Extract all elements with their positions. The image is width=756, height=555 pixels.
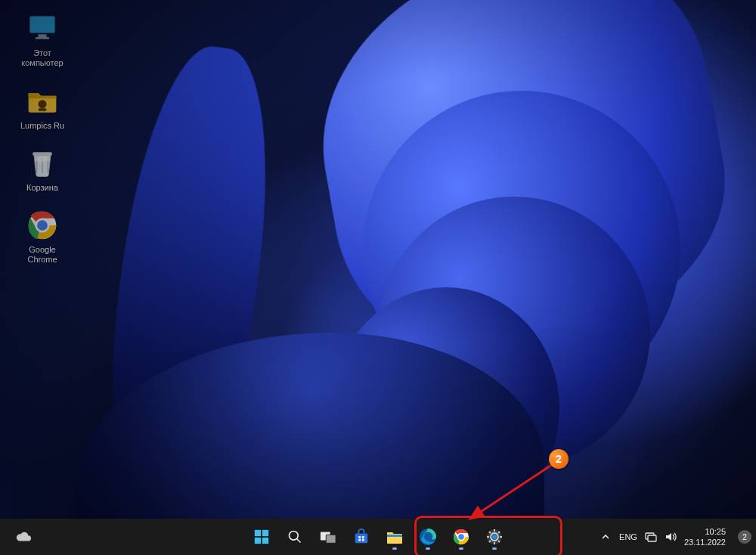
network-button[interactable] (645, 531, 657, 543)
volume-button[interactable] (665, 531, 677, 543)
svg-rect-20 (358, 536, 361, 538)
svg-rect-23 (362, 539, 364, 541)
svg-rect-21 (362, 536, 364, 538)
svg-rect-3 (36, 37, 49, 39)
start-button[interactable] (247, 522, 276, 551)
svg-point-9 (36, 219, 49, 232)
svg-point-10 (36, 219, 49, 232)
edge-icon (419, 528, 437, 546)
svg-point-15 (290, 532, 299, 541)
desktop-icon-label: Этоткомпьютер (14, 48, 71, 68)
settings-button[interactable] (480, 522, 509, 551)
notification-count: 2 (742, 533, 747, 541)
svg-rect-5 (39, 108, 47, 111)
microsoft-store-button[interactable] (347, 522, 376, 551)
search-icon (287, 529, 302, 544)
search-button[interactable] (280, 522, 309, 551)
wallpaper-shape (294, 0, 749, 379)
wallpaper-shape (363, 91, 680, 408)
chrome-icon (26, 209, 59, 242)
clock-date: 23.11.2022 (684, 537, 726, 547)
svg-point-7 (36, 157, 49, 162)
weather-widget[interactable] (9, 522, 38, 551)
trash-icon (26, 147, 59, 180)
store-icon (353, 529, 370, 545)
task-view-button[interactable] (314, 522, 342, 551)
svg-line-16 (297, 539, 301, 543)
monitor-icon (26, 12, 59, 45)
gear-icon (485, 528, 503, 546)
svg-point-4 (39, 100, 47, 108)
svg-rect-22 (358, 539, 361, 541)
svg-rect-24 (387, 535, 402, 537)
cloud-icon (15, 529, 32, 545)
svg-rect-1 (30, 17, 55, 33)
folder-icon (26, 85, 59, 118)
clock-button[interactable]: 10:25 23.11.2022 (684, 526, 726, 547)
speaker-icon (665, 532, 677, 542)
desktop-icon-chrome[interactable]: GoogleChrome (14, 209, 71, 265)
svg-rect-18 (326, 535, 336, 543)
desktop-icon-recycle-bin[interactable]: Корзина (14, 147, 71, 193)
chrome-button[interactable] (447, 522, 476, 551)
svg-rect-13 (255, 538, 261, 544)
folder-icon (386, 529, 404, 545)
task-view-icon (320, 529, 336, 544)
svg-point-8 (29, 212, 57, 240)
taskbar: ENG 10:25 23.11.2022 2 (0, 519, 756, 555)
wallpaper-shape (89, 38, 290, 521)
wallpaper-shape (333, 287, 559, 529)
chevron-up-icon (601, 532, 610, 541)
svg-rect-32 (648, 535, 656, 541)
desktop-icon-label: GoogleChrome (14, 245, 71, 265)
desktop-icon-lumpics[interactable]: Lumpics Ru (14, 85, 71, 131)
svg-rect-11 (255, 530, 261, 536)
desktop-icon-label: Lumpics Ru (14, 121, 71, 131)
language-indicator[interactable]: ENG (619, 532, 637, 541)
chrome-icon (452, 528, 470, 546)
svg-rect-12 (262, 530, 268, 536)
taskbar-left (9, 519, 38, 555)
svg-rect-2 (39, 34, 47, 37)
network-icon (645, 532, 657, 542)
desktop-icon-label: Корзина (14, 183, 71, 193)
system-tray: ENG 10:25 23.11.2022 2 (600, 519, 751, 555)
svg-rect-19 (355, 533, 368, 543)
windows-icon (253, 529, 270, 545)
desktop-icon-this-pc[interactable]: Этоткомпьютер (14, 12, 71, 68)
desktop[interactable]: Этоткомпьютер Lumpics Ru Корзина GoogleC… (0, 0, 756, 519)
clock-time: 10:25 (684, 526, 726, 537)
svg-point-30 (492, 535, 497, 540)
svg-rect-0 (30, 17, 55, 33)
edge-button[interactable] (414, 522, 442, 551)
notification-center-button[interactable]: 2 (738, 530, 751, 544)
taskbar-center (247, 519, 509, 555)
wallpaper-shape (378, 197, 650, 469)
screen: Этоткомпьютер Lumpics Ru Корзина GoogleC… (0, 0, 756, 555)
svg-rect-14 (262, 538, 268, 544)
svg-rect-6 (33, 152, 52, 156)
tray-overflow-button[interactable] (600, 531, 612, 543)
file-explorer-button[interactable] (380, 522, 409, 551)
